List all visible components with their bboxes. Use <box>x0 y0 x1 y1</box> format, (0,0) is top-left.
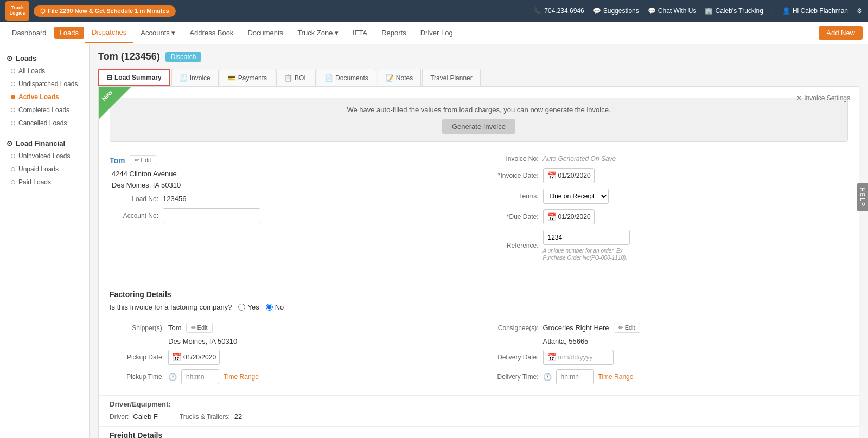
tab-notes[interactable]: 📝 Notes <box>378 69 421 86</box>
bol-icon: 📋 <box>284 74 292 82</box>
shipper-name-field: Shipper(s): Tom ✏ Edit <box>110 323 474 333</box>
address1: 4244 Clinton Avenue <box>112 170 468 178</box>
invoice-date-input[interactable]: 📅 01/20/2020 <box>543 168 595 183</box>
load-no-value: 123456 <box>163 195 186 203</box>
sidebar-item-active-loads[interactable]: Active Loads <box>0 91 89 104</box>
factoring-yes-radio[interactable] <box>238 304 245 311</box>
pickup-date-input[interactable]: 📅 01/20/2020 <box>168 350 220 365</box>
main-nav: Dashboard Loads Dispatches Accounts ▾ Ad… <box>0 22 868 44</box>
factoring-no-label[interactable]: No <box>266 303 284 311</box>
nav-dispatches[interactable]: Dispatches <box>85 23 133 43</box>
phone-link[interactable]: 📞 704.234.6946 <box>534 7 584 15</box>
tab-bol[interactable]: 📋 BOL <box>276 69 316 86</box>
nav-dashboard[interactable]: Dashboard <box>5 23 53 42</box>
delivery-time-field: Delivery Time: 🕐 Time Range <box>484 369 848 384</box>
notes-icon: 📝 <box>386 74 394 82</box>
suggestions-icon: 💬 <box>593 7 601 15</box>
tab-documents[interactable]: 📄 Documents <box>317 69 376 86</box>
invoice-date-value: 01/20/2020 <box>558 172 591 179</box>
dot-icon <box>11 167 15 171</box>
sidebar-item-paid[interactable]: Paid Loads <box>0 176 89 189</box>
trucks-value: 22 <box>234 413 242 421</box>
payments-icon: 💳 <box>228 74 236 82</box>
generate-invoice-button[interactable]: Generate Invoice <box>442 119 515 134</box>
dot-icon <box>11 69 15 73</box>
nav-reports[interactable]: Reports <box>375 23 413 42</box>
dot-icon <box>11 154 15 158</box>
delivery-time-label: Delivery Time: <box>484 373 539 381</box>
sidebar-item-cancelled-loads[interactable]: Cancelled Loads <box>0 117 89 130</box>
nav-truckzone[interactable]: Truck Zone ▾ <box>291 23 345 42</box>
driver-section: Driver/Equipment: Driver: Caleb F Trucks… <box>99 395 859 426</box>
factoring-no-radio[interactable] <box>266 304 273 311</box>
form-left: Tom ✏ Edit 4244 Clinton Avenue Des Moine… <box>110 155 468 267</box>
company-link[interactable]: 🏢 Caleb's Trucking <box>705 7 763 15</box>
calendar-icon2: 📅 <box>547 212 556 221</box>
sidebar-item-unpaid[interactable]: Unpaid Loads <box>0 163 89 176</box>
tab-invoice[interactable]: 🧾 Invoice <box>171 69 219 86</box>
delivery-time-range-link[interactable]: Time Range <box>598 373 634 381</box>
load-no-field: Load No: 123456 <box>110 195 468 203</box>
tab-load-summary[interactable]: ⊟ Load Summary <box>98 69 170 86</box>
settings-link[interactable]: ⚙ <box>857 7 863 15</box>
help-tab-container: HELP <box>857 183 868 211</box>
nav-ifta[interactable]: IFTA <box>346 23 374 42</box>
edit-consignee-button[interactable]: ✏ Edit <box>614 323 640 333</box>
account-no-input[interactable] <box>163 208 260 223</box>
due-date-input[interactable]: 📅 01/20/2020 <box>543 209 595 224</box>
due-date-field: *Due Date: 📅 01/20/2020 <box>490 209 848 224</box>
edit-shipper-button[interactable]: ✏ Edit <box>186 323 213 333</box>
pickup-date-value: 01/20/2020 <box>183 353 216 361</box>
nav-accounts[interactable]: Accounts ▾ <box>134 23 182 42</box>
invoice-panel: New ✕ Invoice Settings We have auto-fill… <box>98 86 859 438</box>
help-tab[interactable]: HELP <box>857 183 868 211</box>
nav-documents[interactable]: Documents <box>241 23 290 42</box>
driver-label: Driver: <box>110 413 129 421</box>
promo-icon: ⬡ <box>40 8 46 15</box>
sidebar-item-uninvoiced[interactable]: Uninvoiced Loads <box>0 150 89 163</box>
invoice-no-label: Invoice No: <box>490 155 539 163</box>
freight-section: Freight Details <box>99 426 859 438</box>
reference-input[interactable] <box>543 230 630 245</box>
customer-name-link[interactable]: Tom <box>110 156 125 165</box>
sidebar-financial-title: ⊙ Load Financial <box>0 135 89 150</box>
delivery-date-placeholder: mm/dd/yyyy <box>558 353 593 361</box>
trucks-label: Trucks & Trailers: <box>180 413 230 421</box>
consignee-label: Consignee(s): <box>484 324 539 332</box>
promo-banner[interactable]: ⬡ File 2290 Now & Get Schedule 1 in Minu… <box>34 5 176 17</box>
page-header: Tom (123456) Dispatch <box>98 51 859 62</box>
factoring-yes-label[interactable]: Yes <box>238 303 259 311</box>
clock-icon: 🕐 <box>168 373 177 381</box>
nav-driverlog[interactable]: Driver Log <box>414 23 459 42</box>
trucks-field: Trucks & Trailers: 22 <box>180 413 242 421</box>
nav-addressbook[interactable]: Address Book <box>183 23 240 42</box>
dispatch-badge: Dispatch <box>165 52 202 62</box>
suggestions-link[interactable]: 💬 Suggestions <box>593 7 639 15</box>
shipper-address: Des Moines, IA 50310 <box>168 337 237 345</box>
tab-travel-planner[interactable]: Travel Planner <box>422 69 481 86</box>
pickup-time-input[interactable] <box>181 369 219 384</box>
tab-payments[interactable]: 💳 Payments <box>220 69 275 86</box>
sidebar-item-completed-loads[interactable]: Completed Loads <box>0 104 89 117</box>
chat-icon: 💬 <box>648 7 656 15</box>
pickup-time-range-link[interactable]: Time Range <box>224 373 259 381</box>
user-icon: 👤 <box>782 7 790 15</box>
delivery-date-input[interactable]: 📅 mm/dd/yyyy <box>543 350 614 365</box>
sidebar-item-undispatched[interactable]: Undispatched Loads <box>0 78 89 91</box>
sidebar-item-all-loads[interactable]: All Loads <box>0 65 89 78</box>
nav-loads[interactable]: Loads <box>54 27 84 39</box>
invoice-settings-link[interactable]: ✕ Invoice Settings <box>796 94 850 102</box>
dot-icon <box>11 180 15 184</box>
terms-select[interactable]: Due on Receipt Net 15 Net 30 <box>543 189 609 204</box>
invoice-no-value: Auto Generated On Save <box>543 155 616 163</box>
consignee-address: Atlanta, 55665 <box>543 337 589 345</box>
chat-link[interactable]: 💬 Chat With Us <box>648 7 697 15</box>
delivery-time-input[interactable] <box>556 369 594 384</box>
add-new-button[interactable]: Add New <box>819 26 863 40</box>
phone-icon: 📞 <box>534 7 542 15</box>
consignee-name-field: Consignee(s): Groceries Right Here ✏ Edi… <box>484 323 848 333</box>
factoring-question: Is this Invoice for a factoring company? <box>110 303 232 311</box>
user-link[interactable]: 👤 Hi Caleb Flachman <box>782 7 848 15</box>
edit-customer-button[interactable]: ✏ Edit <box>130 155 156 165</box>
invoice-no-field: Invoice No: Auto Generated On Save <box>490 155 848 163</box>
